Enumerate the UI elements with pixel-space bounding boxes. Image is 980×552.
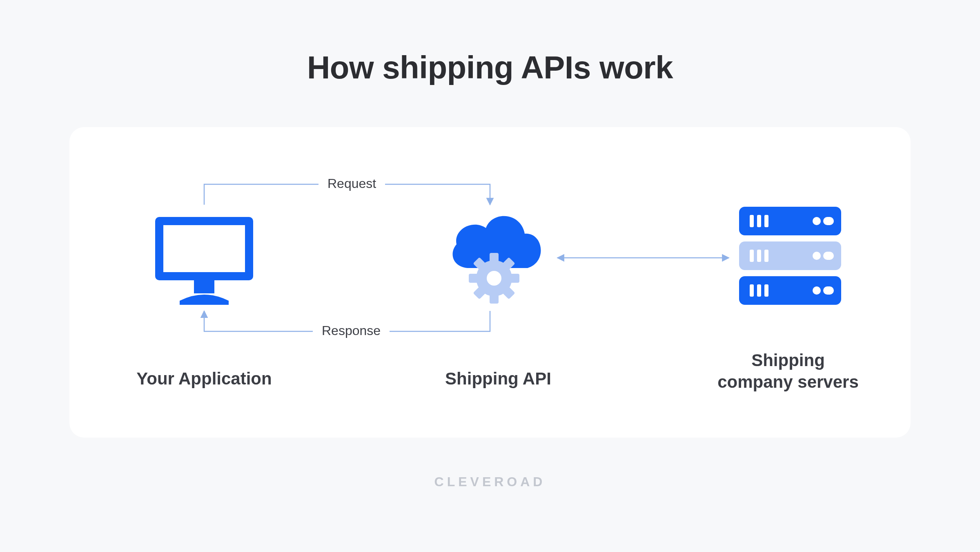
shipping-api-label: Shipping API: [437, 368, 559, 390]
brand-footer: CLEVEROAD: [434, 474, 546, 489]
shipping-servers-label: Shipping company servers: [698, 350, 878, 393]
request-label: Request: [318, 176, 385, 191]
diagram-card: Request Response Your Application Shippi…: [69, 127, 911, 438]
your-application-label: Your Application: [135, 368, 274, 390]
response-label: Response: [313, 323, 390, 338]
diagram-title: How shipping APIs work: [307, 49, 673, 86]
